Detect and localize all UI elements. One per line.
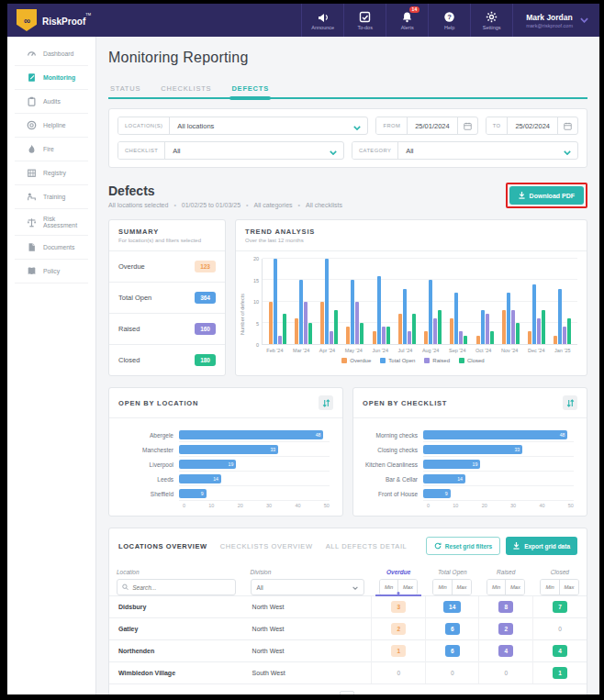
min-input[interactable] <box>487 580 506 594</box>
help-icon: ? <box>443 11 455 23</box>
closed-minmax-filter[interactable] <box>540 579 579 595</box>
top-nav-alerts[interactable]: Alerts14 <box>386 4 428 37</box>
pagination-page-2[interactable]: 2 <box>340 691 354 694</box>
svg-text:?: ? <box>447 13 452 21</box>
sidebar-item-audits[interactable]: Audits <box>15 90 88 114</box>
pagination-page-1[interactable]: 1 <box>328 694 331 694</box>
summary-label: Total Open <box>118 294 151 302</box>
to-date-picker[interactable]: TO 25/02/2024 <box>486 117 578 135</box>
hbar-bar: 14 <box>179 474 221 483</box>
download-pdf-button[interactable]: Download PDF <box>509 186 584 205</box>
table-row-wimbledon-village[interactable]: Wimbledon VillageSouth West0001 <box>109 662 587 684</box>
locations-value: All locations <box>170 122 347 130</box>
records-count: 1-4 of 6 records <box>118 694 157 695</box>
count-badge: 6 <box>445 645 460 657</box>
cell-overdue: 3 <box>372 596 426 618</box>
column-header-closed[interactable]: Closed <box>540 567 579 579</box>
hbar-track: 48 <box>423 428 574 442</box>
user-menu[interactable]: Mark Jordan mark@riskproof.com <box>512 4 599 37</box>
raised-minmax-filter[interactable] <box>487 579 526 595</box>
sidebar-item-monitoring[interactable]: Monitoring <box>15 66 88 90</box>
bar-overdue <box>346 327 350 344</box>
pagination-prev[interactable]: Prev <box>306 694 318 694</box>
hbar-track: 14 <box>179 472 330 486</box>
summary-subtitle: For location(s) and filters selected <box>118 238 216 243</box>
max-input[interactable] <box>560 580 578 594</box>
search-input[interactable] <box>132 584 229 591</box>
brand-logo[interactable]: ∞ RiskProofTM <box>7 4 91 37</box>
sidebar-item-registry[interactable]: Registry <box>15 161 88 185</box>
bar-raised <box>563 327 566 344</box>
table-row-northenden[interactable]: NorthendenNorth West1644 <box>109 640 587 662</box>
reset-grid-filters-button[interactable]: Reset grid filters <box>426 537 500 555</box>
min-input[interactable] <box>541 580 559 594</box>
bar-overdue <box>424 331 428 344</box>
hbar-x-tick: 40 <box>295 503 300 508</box>
bar-group-oct-24 <box>476 259 494 344</box>
hbar-bar: 33 <box>179 445 278 454</box>
column-header-overdue[interactable]: Overdue <box>379 567 419 579</box>
max-input[interactable] <box>398 580 417 594</box>
max-input[interactable] <box>453 580 471 594</box>
chevron-down-icon <box>580 17 588 23</box>
total-open-minmax-filter[interactable] <box>432 579 472 595</box>
overdue-minmax-filter[interactable] <box>379 579 419 595</box>
pagination-next[interactable]: Next <box>376 694 389 694</box>
sidebar-item-training[interactable]: Training <box>15 185 88 209</box>
pagination-first[interactable]: First <box>285 694 297 694</box>
top-nav-to-dos[interactable]: To-dos <box>343 4 386 37</box>
trend-y-tick: 0 <box>256 342 259 348</box>
sidebar-item-policy[interactable]: Policy <box>15 260 88 283</box>
chevron-down-icon <box>323 142 343 159</box>
cell-closed: 4 <box>532 640 587 662</box>
trend-y-tick: 20 <box>253 256 259 261</box>
cell-total-open: 6 <box>425 618 479 640</box>
hbar-category-label: Liverpool <box>113 461 179 468</box>
sidebar-item-risk-assessment[interactable]: Risk Assessment <box>15 209 88 236</box>
grid-tab-checklists-overview[interactable]: CHECKLISTS OVERVIEW <box>220 542 313 550</box>
min-input[interactable] <box>380 580 398 594</box>
sidebar-item-helpline[interactable]: Helpline <box>15 114 88 138</box>
grid-tab-all-defects-detail[interactable]: ALL DEFECTS DETAIL <box>326 542 408 550</box>
bar-raised <box>304 302 308 345</box>
division-select[interactable]: All <box>251 579 364 595</box>
top-nav-announce[interactable]: Announce <box>301 4 343 37</box>
bar-closed <box>386 327 390 344</box>
summary-row-overdue: Overdue123 <box>109 251 225 283</box>
from-date-picker[interactable]: FROM 25/01/2024 <box>375 117 477 135</box>
top-nav-help[interactable]: ?Help <box>428 4 470 37</box>
summary-card: SUMMARY For location(s) and filters sele… <box>108 219 226 376</box>
bar-overdue <box>450 318 453 344</box>
sidebar-item-fire[interactable]: Fire <box>15 138 88 161</box>
pagination-page-3[interactable]: 3 <box>364 694 367 694</box>
calendar-icon[interactable] <box>457 117 477 134</box>
min-input[interactable] <box>433 580 452 594</box>
location-search-input[interactable] <box>117 579 236 595</box>
tab-status[interactable]: STATUS <box>108 79 142 97</box>
hbar-track: 48 <box>179 428 330 442</box>
locations-select[interactable]: LOCATION(S) All locations <box>117 117 368 135</box>
hbar-x-tick: 10 <box>453 503 458 508</box>
top-nav-settings[interactable]: Settings <box>470 4 512 37</box>
sort-button[interactable] <box>563 395 577 410</box>
column-header-total-open[interactable]: Total Open <box>432 567 472 579</box>
from-label: FROM <box>376 117 408 134</box>
pagination-last[interactable]: Last <box>398 694 410 694</box>
export-grid-data-button[interactable]: Export grid data <box>506 537 577 555</box>
grid-tab-locations-overview[interactable]: LOCATIONS OVERVIEW <box>118 542 207 550</box>
sidebar-item-dashboard[interactable]: Dashboard <box>15 42 88 66</box>
sidebar-item-documents[interactable]: Documents <box>15 236 88 260</box>
tab-checklists[interactable]: CHECKLISTS <box>159 79 213 97</box>
page-title: Monitoring Reporting <box>108 50 587 66</box>
calendar-icon[interactable] <box>557 117 577 134</box>
max-input[interactable] <box>506 580 524 594</box>
legend-label: Overdue <box>350 358 371 363</box>
table-row-didsbury[interactable]: DidsburyNorth West31487 <box>109 596 587 618</box>
hbar-row-front-of-house: Front of House9 <box>357 486 574 501</box>
tab-defects[interactable]: DEFECTS <box>229 79 271 97</box>
table-row-gatley[interactable]: GatleyNorth West2620 <box>109 618 587 640</box>
checklist-select[interactable]: CHECKLIST All <box>117 141 344 160</box>
column-header-raised[interactable]: Raised <box>487 567 526 579</box>
sort-button[interactable] <box>319 395 333 410</box>
category-select[interactable]: CATEGORY All <box>352 141 578 160</box>
